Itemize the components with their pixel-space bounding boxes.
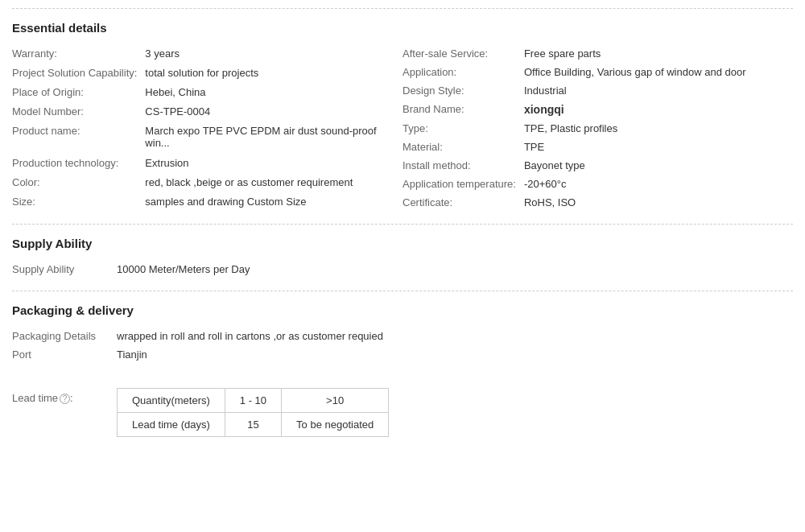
- detail-label: Production technology:: [12, 154, 145, 173]
- detail-label: Material:: [402, 138, 524, 156]
- detail-value: Bayonet type: [524, 156, 793, 175]
- essential-left-col: Warranty:3 yearsProject Solution Capabil…: [12, 44, 402, 212]
- detail-label: Product name:: [12, 122, 145, 154]
- lead-table-header: >10: [282, 389, 389, 413]
- detail-value: Extrusion: [145, 154, 402, 173]
- packaging-details-row: Packaging Details wrapped in roll and ro…: [12, 327, 793, 345]
- packaging-delivery-section: Packaging & delivery Packaging Details w…: [12, 291, 793, 372]
- supply-ability-value: 10000 Meter/Meters per Day: [117, 263, 250, 275]
- detail-value: xiongqi: [524, 100, 793, 119]
- lead-table-cell: To be negotiated: [282, 413, 389, 437]
- detail-row: Color:red, black ,beige or as customer r…: [12, 173, 402, 192]
- detail-label: Place of Origin:: [12, 83, 145, 102]
- detail-row: Material:TPE: [402, 138, 793, 156]
- detail-row: Place of Origin:Hebei, China: [12, 83, 402, 102]
- detail-value: samples and drawing Custom Size: [145, 192, 402, 212]
- packaging-details-value: wrapped in roll and roll in cartons ,or …: [117, 330, 383, 342]
- detail-value: CS-TPE-0004: [145, 102, 402, 122]
- supply-ability-section: Supply Ability Supply Ability 10000 Mete…: [12, 224, 793, 287]
- port-row: Port Tianjin: [12, 345, 793, 364]
- detail-label: Warranty:: [12, 44, 145, 64]
- detail-value: -20+60°c: [524, 175, 793, 193]
- detail-value: red, black ,beige or as customer require…: [145, 173, 402, 192]
- detail-row: Model Number:CS-TPE-0004: [12, 102, 402, 122]
- detail-value: Industrial: [524, 81, 793, 100]
- detail-label: Project Solution Capability:: [12, 64, 145, 83]
- detail-value: 3 years: [145, 44, 402, 64]
- packaging-delivery-title: Packaging & delivery: [12, 303, 793, 317]
- detail-label: Size:: [12, 192, 145, 212]
- detail-row: Brand Name:xiongqi: [402, 100, 793, 119]
- supply-ability-row: Supply Ability 10000 Meter/Meters per Da…: [12, 260, 793, 278]
- lead-time-label: Lead time?:: [12, 388, 117, 404]
- essential-details-section: Essential details Warranty:3 yearsProjec…: [12, 8, 793, 220]
- detail-row: After-sale Service:Free spare parts: [402, 44, 793, 63]
- port-value: Tianjin: [117, 348, 147, 361]
- lead-table-cell: 15: [225, 413, 281, 437]
- detail-row: Project Solution Capability:total soluti…: [12, 64, 402, 83]
- essential-details-grid: Warranty:3 yearsProject Solution Capabil…: [12, 44, 793, 212]
- lead-time-section: Lead time?: Quantity(meters)1 - 10>10Lea…: [12, 376, 793, 445]
- detail-row: Certificate:RoHS, ISO: [402, 193, 793, 212]
- detail-row: Product name:March expo TPE PVC EPDM air…: [12, 122, 402, 154]
- detail-label: Color:: [12, 173, 145, 192]
- supply-ability-title: Supply Ability: [12, 237, 793, 250]
- detail-row: Size:samples and drawing Custom Size: [12, 192, 402, 212]
- detail-value: total solution for projects: [145, 64, 402, 83]
- detail-row: Type:TPE, Plastic profiles: [402, 119, 793, 138]
- detail-row: Warranty:3 years: [12, 44, 402, 64]
- lead-table-header: 1 - 10: [225, 389, 281, 413]
- essential-details-title: Essential details: [12, 21, 793, 35]
- detail-row: Install method:Bayonet type: [402, 156, 793, 175]
- detail-row: Application:Office Building, Various gap…: [402, 63, 793, 81]
- lead-time-text: Lead time: [12, 392, 58, 404]
- detail-row: Production technology:Extrusion: [12, 154, 402, 173]
- detail-value: RoHS, ISO: [524, 193, 793, 212]
- detail-value: Free spare parts: [524, 44, 793, 63]
- detail-label: Install method:: [402, 156, 524, 175]
- detail-label: Application:: [402, 63, 524, 81]
- lead-time-table: Quantity(meters)1 - 10>10Lead time (days…: [117, 388, 389, 437]
- lead-table-cell: Lead time (days): [118, 413, 225, 437]
- port-label: Port: [12, 348, 117, 361]
- detail-value: March expo TPE PVC EPDM air dust sound-p…: [145, 122, 402, 154]
- detail-label: Certificate:: [402, 193, 524, 212]
- lead-time-info-icon: ?: [60, 394, 70, 404]
- detail-label: Application temperature:: [402, 175, 524, 193]
- supply-ability-label: Supply Ability: [12, 263, 117, 275]
- detail-value: TPE, Plastic profiles: [524, 119, 793, 138]
- detail-row: Application temperature:-20+60°c: [402, 175, 793, 193]
- lead-table-header: Quantity(meters): [118, 389, 225, 413]
- detail-label: Model Number:: [12, 102, 145, 122]
- detail-label: Design Style:: [402, 81, 524, 100]
- detail-value: Hebei, China: [145, 83, 402, 102]
- detail-label: Type:: [402, 119, 524, 138]
- detail-row: Design Style:Industrial: [402, 81, 793, 100]
- essential-right-col: After-sale Service:Free spare partsAppli…: [402, 44, 793, 212]
- detail-value: Office Building, Various gap of window a…: [524, 63, 793, 81]
- detail-label: Brand Name:: [402, 100, 524, 119]
- packaging-details-label: Packaging Details: [12, 330, 117, 342]
- detail-value: TPE: [524, 138, 793, 156]
- detail-label: After-sale Service:: [402, 44, 524, 63]
